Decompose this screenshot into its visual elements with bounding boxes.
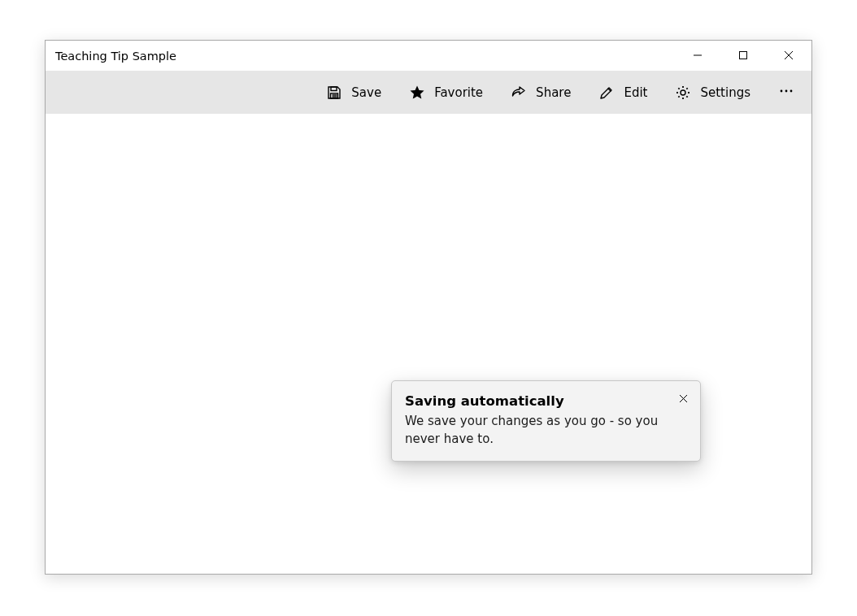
more-button[interactable] — [764, 71, 808, 114]
close-icon — [679, 391, 688, 406]
save-button[interactable]: Save — [312, 71, 395, 114]
window-title: Teaching Tip Sample — [55, 50, 176, 63]
svg-point-12 — [790, 89, 793, 92]
save-icon — [326, 85, 342, 101]
minimize-icon — [693, 50, 703, 63]
star-icon — [409, 85, 425, 101]
svg-rect-5 — [331, 93, 338, 98]
command-bar: Save Favorite Share — [46, 71, 811, 114]
save-label: Save — [351, 85, 381, 100]
content-area: Saving automatically We save your change… — [46, 114, 811, 574]
teaching-tip-close-button[interactable] — [672, 388, 694, 409]
settings-button[interactable]: Settings — [661, 71, 764, 114]
share-label: Share — [536, 85, 571, 100]
gear-icon — [675, 85, 691, 101]
favorite-button[interactable]: Favorite — [395, 71, 497, 114]
teaching-tip-body: We save your changes as you go - so you … — [405, 413, 687, 448]
maximize-icon — [738, 50, 748, 63]
svg-rect-4 — [331, 87, 337, 91]
edit-icon — [598, 85, 615, 101]
share-icon — [511, 85, 527, 101]
close-icon — [784, 50, 794, 63]
svg-point-9 — [681, 90, 685, 95]
edit-label: Edit — [624, 85, 647, 100]
svg-rect-1 — [740, 51, 747, 59]
share-button[interactable]: Share — [497, 71, 585, 114]
teaching-tip: Saving automatically We save your change… — [391, 380, 701, 462]
app-window: Teaching Tip Sample — [45, 40, 812, 575]
minimize-button[interactable] — [675, 41, 720, 71]
svg-point-10 — [781, 89, 783, 92]
settings-label: Settings — [700, 85, 750, 100]
maximize-button[interactable] — [720, 41, 766, 71]
close-button[interactable] — [766, 41, 811, 71]
teaching-tip-title: Saving automatically — [405, 393, 687, 410]
svg-point-11 — [785, 89, 788, 92]
edit-button[interactable]: Edit — [585, 71, 661, 114]
more-icon — [778, 83, 794, 102]
favorite-label: Favorite — [434, 85, 483, 100]
titlebar: Teaching Tip Sample — [46, 41, 811, 71]
